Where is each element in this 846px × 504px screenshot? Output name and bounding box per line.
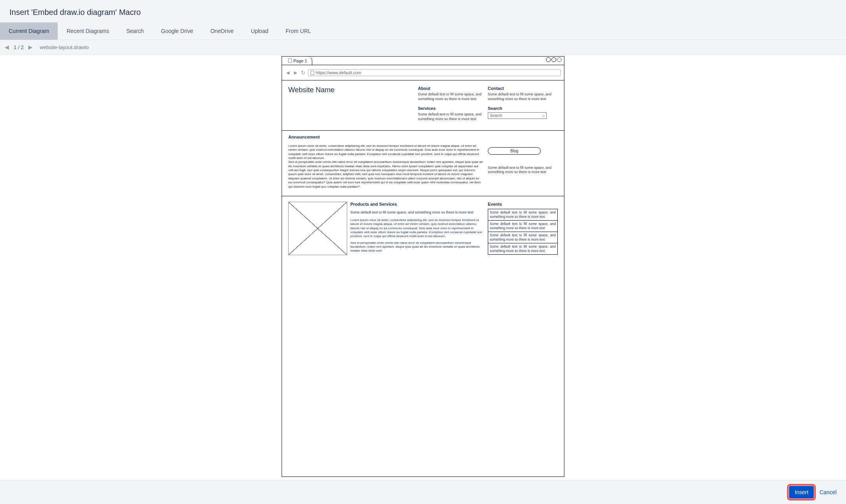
- services-text: Some default text to fill some space, an…: [418, 112, 488, 121]
- diagram-filename: website-layout.drawio: [38, 44, 89, 50]
- back-arrow-icon: ◄: [285, 69, 291, 76]
- tab-current-diagram[interactable]: Current Diagram: [0, 22, 58, 40]
- url-text: https://www.default.com: [316, 70, 361, 75]
- mockup-products-section: Products and Services Some default text …: [282, 196, 564, 257]
- products-lorem: Sed ut perspiciatis unde omnis iste natu…: [350, 241, 485, 253]
- products-lorem: Lorem ipsum dolor sit amet, consectetur …: [350, 218, 485, 239]
- file-icon: [311, 71, 314, 75]
- search-icon: ⌕: [542, 113, 545, 118]
- about-text: Some default text to fill some space, an…: [418, 92, 488, 101]
- insert-macro-dialog: Insert 'Embed draw.io diagram' Macro Cur…: [0, 0, 846, 504]
- preview-toolbar: ◀ 1 / 2 ▶ website-layout.drawio: [0, 40, 846, 55]
- tab-recent-diagrams[interactable]: Recent Diagrams: [58, 22, 117, 40]
- announcement-title: Announcement: [288, 135, 483, 139]
- diagram-preview: Page 1 ◄ ► ↻ https://www.default.com: [0, 55, 846, 480]
- window-circle-icon: [551, 57, 556, 62]
- page-tab-label: Page 1: [293, 58, 307, 63]
- tab-from-url[interactable]: From URL: [277, 22, 320, 40]
- services-label: Services: [418, 106, 488, 111]
- products-text: Some default text to fill some space, an…: [350, 210, 485, 215]
- tab-search[interactable]: Search: [118, 22, 152, 40]
- blog-text: Some default text to fill some space, an…: [488, 166, 558, 175]
- event-item: Some default text to fill some space, an…: [488, 232, 557, 243]
- insert-button[interactable]: Insert: [789, 486, 814, 499]
- mockup-page-tab: Page 1: [286, 57, 312, 65]
- dialog-title: Insert 'Embed draw.io diagram' Macro: [9, 8, 837, 17]
- mockup-url-field: https://www.default.com: [308, 69, 561, 76]
- prev-page-icon[interactable]: ◀: [3, 43, 11, 51]
- tab-onedrive[interactable]: OneDrive: [202, 22, 242, 40]
- page-indicator: 1 / 2: [14, 44, 24, 50]
- mockup-announcement-section: Announcement Lorem ipsum dolor sit amet,…: [282, 131, 564, 196]
- contact-label: Contact: [488, 86, 558, 91]
- window-circle-icon: [557, 57, 562, 62]
- mockup-search-box: Search ⌕: [488, 112, 547, 119]
- events-title: Events: [488, 202, 558, 206]
- next-page-icon[interactable]: ▶: [27, 43, 34, 51]
- site-title: Website Name: [288, 86, 418, 94]
- blog-button: Blog: [488, 147, 541, 155]
- dialog-header: Insert 'Embed draw.io diagram' Macro: [0, 0, 846, 22]
- dialog-footer: Insert Cancel: [0, 480, 846, 504]
- source-tabs: Current Diagram Recent Diagrams Search G…: [0, 22, 846, 40]
- diagram-canvas: Page 1 ◄ ► ↻ https://www.default.com: [282, 56, 564, 477]
- tab-google-drive[interactable]: Google Drive: [152, 22, 202, 40]
- image-placeholder-icon: [288, 202, 347, 255]
- mockup-browser-tabbar: Page 1: [282, 57, 564, 65]
- search-label: Search: [488, 106, 558, 111]
- mockup-urlbar: ◄ ► ↻ https://www.default.com: [282, 65, 564, 80]
- announcement-text: Sed ut perspiciatis unde omnis iste natu…: [288, 160, 483, 189]
- event-item: Some default text to fill some space, an…: [488, 221, 557, 232]
- forward-arrow-icon: ►: [293, 69, 298, 76]
- reload-icon: ↻: [301, 69, 306, 76]
- products-title: Products and Services: [350, 202, 485, 206]
- search-placeholder: Search: [490, 113, 502, 118]
- window-circle-icon: [546, 57, 551, 62]
- file-icon: [288, 58, 292, 63]
- mockup-site-header: Website Name About Some default text to …: [282, 80, 564, 131]
- events-list: Some default text to fill some space, an…: [488, 209, 558, 255]
- tab-upload[interactable]: Upload: [242, 22, 277, 40]
- window-controls: [546, 57, 562, 62]
- page-nav: ◀ 1 / 2 ▶: [3, 43, 34, 51]
- about-label: About: [418, 86, 488, 91]
- contact-text: Some default text to fill some space, an…: [488, 92, 558, 101]
- event-item: Some default text to fill some space, an…: [488, 243, 557, 254]
- cancel-button[interactable]: Cancel: [819, 489, 837, 495]
- announcement-text: Lorem ipsum dolor sit amet, consectetur …: [288, 144, 483, 161]
- event-item: Some default text to fill some space, an…: [488, 209, 557, 221]
